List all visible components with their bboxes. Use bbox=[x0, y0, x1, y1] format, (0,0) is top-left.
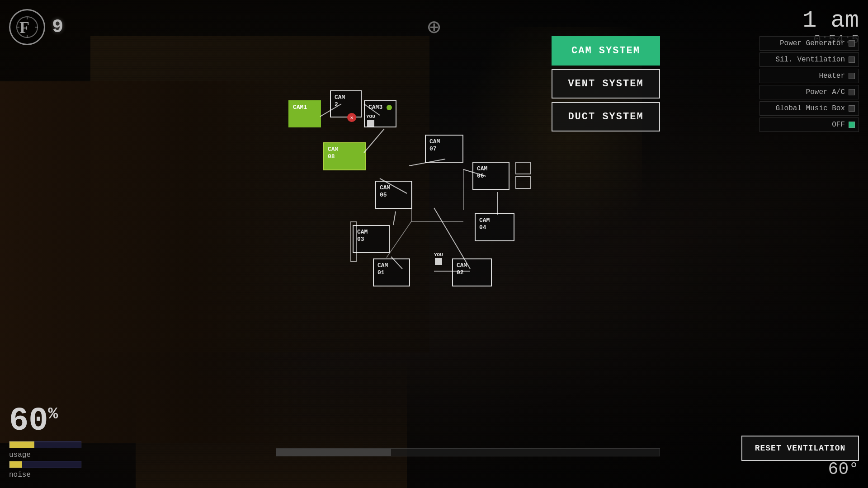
time-display: 1 am bbox=[802, 9, 859, 33]
cam06-connector-bot bbox=[515, 176, 531, 189]
freddy-silhouette bbox=[0, 81, 316, 443]
cam-node-cam04[interactable]: CAM04 bbox=[475, 213, 514, 241]
toggle-power-ac-indicator bbox=[849, 89, 855, 95]
cam-node-cam05[interactable]: CAM05 bbox=[375, 181, 412, 209]
cam-node-cam06[interactable]: CAM06 bbox=[472, 162, 509, 190]
camera-scroll-bar[interactable] bbox=[276, 448, 660, 456]
camera-map: CAM2 CAM1 CAM3 ✕ YOU CAM08 CAM07 CAM06 C… bbox=[276, 90, 556, 343]
you-marker-top: YOU bbox=[366, 114, 375, 128]
power-display: 60% bbox=[9, 405, 81, 437]
you-dot-bottom bbox=[435, 258, 442, 265]
toggle-power-ac-label: Power A/C bbox=[806, 88, 845, 96]
stat-bars: usage noise bbox=[9, 441, 81, 479]
toggle-sil-ventilation-label: Sil. Ventilation bbox=[775, 56, 845, 64]
cam-system-button[interactable]: CAM SYSTEM bbox=[552, 36, 660, 66]
toggle-power-generator[interactable]: Power Generator bbox=[760, 36, 859, 51]
top-left-hud: F 9 bbox=[9, 9, 63, 45]
toggle-power-generator-label: Power Generator bbox=[780, 39, 845, 47]
cam3-active-dot bbox=[387, 105, 392, 110]
toggle-heater-label: Heater bbox=[819, 72, 845, 80]
freddy-icon: F bbox=[9, 9, 45, 45]
cam1-active-dot bbox=[311, 105, 316, 110]
svg-line-8 bbox=[364, 129, 384, 153]
svg-line-12 bbox=[393, 211, 396, 225]
usage-label: usage bbox=[9, 451, 81, 459]
cam06-connector-top bbox=[515, 162, 531, 174]
system-buttons-panel: CAM SYSTEM VENT SYSTEM DUCT SYSTEM bbox=[552, 36, 660, 131]
usage-bar-fill bbox=[9, 441, 34, 448]
duct-system-button[interactable]: DUCT SYSTEM bbox=[552, 102, 660, 131]
reset-ventilation-button[interactable]: RESET VENTILATION bbox=[741, 436, 859, 461]
night-number: 9 bbox=[52, 16, 63, 38]
toggle-global-music-box[interactable]: Global Music Box bbox=[760, 101, 859, 116]
noise-row bbox=[9, 461, 81, 468]
connector-bar-left bbox=[350, 221, 357, 262]
noise-bar-fill bbox=[9, 461, 22, 468]
toggle-sil-ventilation[interactable]: Sil. Ventilation bbox=[760, 52, 859, 67]
toggle-global-music-box-label: Global Music Box bbox=[775, 104, 845, 113]
cam-node-cam03[interactable]: CAM03 bbox=[353, 225, 390, 253]
you-marker-bottom: YOU bbox=[434, 252, 443, 266]
bottom-left-hud: 60% usage noise bbox=[9, 405, 81, 479]
cam-node-cam08[interactable]: CAM08 bbox=[323, 142, 366, 170]
cam-node-cam02[interactable]: CAM02 bbox=[452, 258, 492, 286]
freddy-face-icon: F bbox=[16, 16, 38, 38]
svg-line-18 bbox=[387, 221, 411, 258]
camera-scroll-fill bbox=[276, 449, 391, 456]
toggle-global-music-box-indicator bbox=[849, 105, 855, 112]
noise-label: noise bbox=[9, 471, 81, 479]
you-dot-top bbox=[367, 120, 374, 127]
toggle-power-generator-indicator bbox=[849, 40, 855, 47]
usage-bar-track bbox=[9, 441, 81, 448]
toggles-panel: Power Generator Sil. Ventilation Heater … bbox=[760, 36, 859, 132]
toggle-power-ac[interactable]: Power A/C bbox=[760, 85, 859, 99]
vent-system-button[interactable]: VENT SYSTEM bbox=[552, 69, 660, 99]
toggle-off[interactable]: OFF bbox=[760, 117, 859, 132]
toggle-heater-indicator bbox=[849, 73, 855, 79]
cam-node-cam1[interactable]: CAM1 bbox=[288, 100, 321, 127]
cam-node-cam07[interactable]: CAM07 bbox=[425, 135, 463, 163]
temperature-display: 60° bbox=[828, 460, 859, 479]
cam-node-cam01[interactable]: CAM01 bbox=[373, 258, 410, 286]
noise-bar-track bbox=[9, 461, 81, 468]
usage-row bbox=[9, 441, 81, 448]
svg-text:F: F bbox=[19, 19, 29, 37]
toggle-off-label: OFF bbox=[832, 121, 845, 129]
toggle-sil-ventilation-indicator bbox=[849, 56, 855, 63]
cam-red-x: ✕ bbox=[347, 113, 356, 122]
power-percent: 60% bbox=[9, 403, 58, 440]
toggle-off-indicator bbox=[849, 122, 855, 128]
crosshair: ⊕ bbox=[427, 14, 441, 41]
cam-node-cam2[interactable]: CAM2 bbox=[330, 90, 362, 117]
toggle-heater[interactable]: Heater bbox=[760, 69, 859, 83]
